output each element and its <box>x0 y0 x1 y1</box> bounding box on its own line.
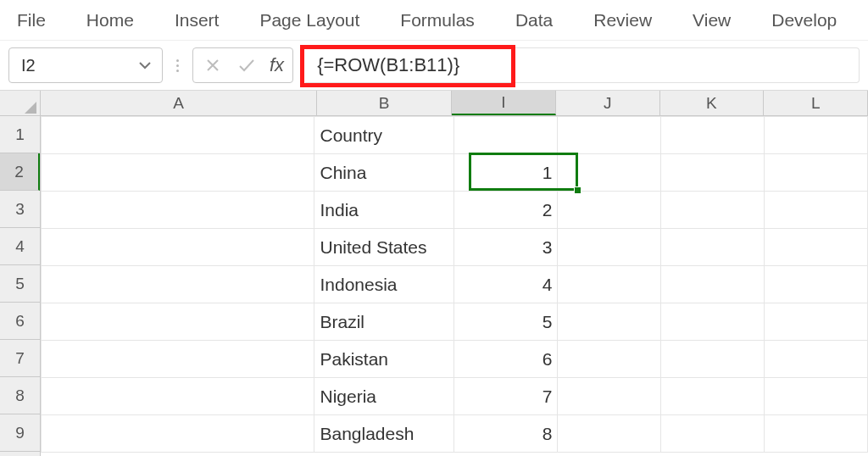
row-header-1[interactable]: 1 <box>0 116 40 153</box>
cell-A3[interactable] <box>42 192 314 229</box>
formula-input[interactable]: {=ROW(B1:B11)} <box>305 47 860 83</box>
column-header-L[interactable]: L <box>764 91 868 115</box>
cell-L1[interactable] <box>765 117 868 154</box>
cell-I2[interactable]: 1 <box>454 154 558 192</box>
row-header-9[interactable]: 9 <box>0 414 40 452</box>
cell-A6[interactable] <box>42 303 314 341</box>
formula-text: {=ROW(B1:B11)} <box>317 54 459 76</box>
cell-A1[interactable] <box>42 117 314 154</box>
column-header-I[interactable]: I <box>452 91 556 115</box>
cell-L6[interactable] <box>765 303 868 341</box>
cell-L8[interactable] <box>765 378 868 415</box>
cell-K5[interactable] <box>661 266 765 303</box>
cell-L7[interactable] <box>765 341 868 378</box>
tab-view[interactable]: View <box>687 7 736 34</box>
cell-I6[interactable]: 5 <box>454 303 558 341</box>
tab-developer[interactable]: Develop <box>766 7 842 34</box>
cell-J6[interactable] <box>558 303 661 341</box>
separator-icon <box>175 47 181 83</box>
cell-B7[interactable]: Pakistan <box>314 341 454 378</box>
cell-K9[interactable] <box>661 415 765 453</box>
fx-label[interactable]: fx <box>270 54 284 76</box>
column-header-B[interactable]: B <box>317 91 452 115</box>
cell-A7[interactable] <box>42 341 314 378</box>
row-header-6[interactable]: 6 <box>0 303 40 340</box>
name-box-value: I2 <box>21 56 36 75</box>
cells-table: CountryChina1India2United States3Indones… <box>41 116 868 453</box>
cell-K1[interactable] <box>661 117 765 154</box>
enter-icon[interactable] <box>236 54 258 76</box>
cell-J5[interactable] <box>558 266 661 303</box>
cell-I1[interactable] <box>454 117 558 154</box>
row-header-2[interactable]: 2 <box>0 153 40 191</box>
row-headers: 123456789 <box>0 116 41 456</box>
cell-K6[interactable] <box>661 303 765 341</box>
cell-I7[interactable]: 6 <box>454 341 558 378</box>
cell-I8[interactable]: 7 <box>454 378 558 415</box>
name-box[interactable]: I2 <box>8 47 163 83</box>
cell-A8[interactable] <box>42 378 314 415</box>
tab-file[interactable]: File <box>12 7 51 34</box>
formula-controls: fx <box>192 47 293 83</box>
row-header-3[interactable]: 3 <box>0 191 40 228</box>
row-header-8[interactable]: 8 <box>0 377 40 414</box>
column-header-J[interactable]: J <box>556 91 660 115</box>
formula-bar: I2 fx {=ROW(B1:B11)} <box>0 41 868 90</box>
cell-L9[interactable] <box>765 415 868 453</box>
cell-B3[interactable]: India <box>314 192 454 229</box>
cell-L4[interactable] <box>765 229 868 266</box>
cell-K4[interactable] <box>661 229 765 266</box>
cell-B1[interactable]: Country <box>314 117 454 154</box>
cell-L2[interactable] <box>765 154 868 192</box>
cell-J8[interactable] <box>558 378 661 415</box>
cell-B8[interactable]: Nigeria <box>314 378 454 415</box>
row-header-5[interactable]: 5 <box>0 265 40 303</box>
cell-J1[interactable] <box>558 117 661 154</box>
cell-K8[interactable] <box>661 378 765 415</box>
spreadsheet-grid: ABIJKL 123456789 CountryChina1India2Unit… <box>0 90 868 456</box>
select-all-corner[interactable] <box>0 91 41 116</box>
tab-page-layout[interactable]: Page Layout <box>254 7 364 34</box>
tab-insert[interactable]: Insert <box>170 7 225 34</box>
row-header-4[interactable]: 4 <box>0 228 40 265</box>
cell-K7[interactable] <box>661 341 765 378</box>
column-header-A[interactable]: A <box>41 91 317 115</box>
cell-A4[interactable] <box>42 229 314 266</box>
cell-I5[interactable]: 4 <box>454 266 558 303</box>
ribbon-tabs: File Home Insert Page Layout Formulas Da… <box>0 0 868 41</box>
column-headers: ABIJKL <box>41 91 868 116</box>
cell-A9[interactable] <box>42 415 314 453</box>
cancel-icon[interactable] <box>202 54 224 76</box>
chevron-down-icon[interactable] <box>136 57 153 74</box>
cell-J9[interactable] <box>558 415 661 453</box>
cell-L5[interactable] <box>765 266 868 303</box>
cell-B9[interactable]: Bangladesh <box>314 415 454 453</box>
tab-home[interactable]: Home <box>81 7 139 34</box>
cell-K2[interactable] <box>661 154 765 192</box>
cell-L3[interactable] <box>765 192 868 229</box>
cell-B5[interactable]: Indonesia <box>314 266 454 303</box>
cell-I9[interactable]: 8 <box>454 415 558 453</box>
cell-A5[interactable] <box>42 266 314 303</box>
tab-data[interactable]: Data <box>510 7 558 34</box>
cell-J4[interactable] <box>558 229 661 266</box>
cell-I3[interactable]: 2 <box>454 192 558 229</box>
tab-formulas[interactable]: Formulas <box>395 7 480 34</box>
cell-B4[interactable]: United States <box>314 229 454 266</box>
cell-A2[interactable] <box>42 154 314 192</box>
row-header-7[interactable]: 7 <box>0 340 40 377</box>
cell-I4[interactable]: 3 <box>454 229 558 266</box>
column-header-K[interactable]: K <box>660 91 765 115</box>
cell-K3[interactable] <box>661 192 765 229</box>
cell-B2[interactable]: China <box>314 154 454 192</box>
cell-J3[interactable] <box>558 192 661 229</box>
tab-review[interactable]: Review <box>588 7 657 34</box>
cell-B6[interactable]: Brazil <box>314 303 454 341</box>
cell-J7[interactable] <box>558 341 661 378</box>
fill-handle[interactable] <box>574 186 581 194</box>
cell-J2[interactable] <box>558 154 661 192</box>
